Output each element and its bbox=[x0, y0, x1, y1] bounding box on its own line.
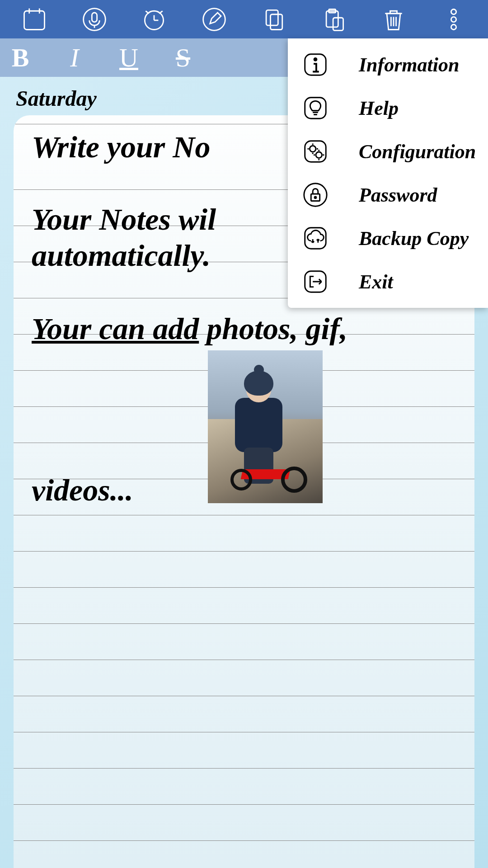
menu-help[interactable]: Help bbox=[288, 86, 488, 130]
svg-point-21 bbox=[451, 9, 456, 14]
exit-icon bbox=[301, 268, 329, 296]
note-line-3-underlined: Your can add bbox=[32, 311, 199, 346]
menu-backup[interactable]: Backup Copy bbox=[288, 217, 488, 260]
svg-point-32 bbox=[304, 184, 327, 206]
menu-label: Information bbox=[359, 53, 460, 76]
note-line-4: videos... bbox=[32, 472, 133, 508]
svg-point-31 bbox=[316, 152, 322, 158]
info-icon bbox=[301, 51, 329, 79]
alarm-icon bbox=[141, 6, 168, 33]
lightbulb-icon bbox=[301, 94, 329, 122]
menu-label: Configuration bbox=[359, 140, 476, 163]
calendar-icon bbox=[21, 6, 48, 33]
more-button[interactable] bbox=[424, 0, 484, 38]
svg-point-11 bbox=[203, 8, 225, 30]
photo-subject bbox=[221, 377, 289, 486]
gears-icon bbox=[301, 137, 329, 165]
svg-point-30 bbox=[310, 146, 316, 152]
menu-information[interactable]: Information bbox=[288, 43, 488, 86]
menu-password[interactable]: Password bbox=[288, 173, 488, 217]
cloud-sync-icon bbox=[301, 224, 329, 252]
alarm-button[interactable] bbox=[124, 0, 184, 38]
paste-button[interactable] bbox=[304, 0, 364, 38]
svg-point-25 bbox=[314, 58, 317, 61]
svg-point-22 bbox=[451, 17, 456, 22]
note-line-2a: Your Notes wil bbox=[32, 202, 216, 236]
svg-point-23 bbox=[451, 24, 456, 29]
svg-rect-12 bbox=[266, 10, 278, 25]
note-line-3-rest: photos, gif, bbox=[199, 311, 347, 346]
edit-icon bbox=[201, 6, 228, 33]
note-line-2b: automatically. bbox=[32, 238, 211, 273]
copy-icon bbox=[260, 6, 287, 33]
italic-button[interactable]: I bbox=[63, 42, 86, 73]
top-toolbar bbox=[0, 0, 488, 38]
mic-icon bbox=[81, 6, 108, 33]
edit-button[interactable] bbox=[184, 0, 244, 38]
svg-rect-13 bbox=[271, 14, 282, 29]
svg-point-34 bbox=[314, 197, 316, 198]
menu-label: Backup Copy bbox=[359, 227, 469, 250]
paste-icon bbox=[320, 6, 347, 33]
overflow-menu: Information Help Configuration Password … bbox=[288, 38, 488, 308]
menu-configuration[interactable]: Configuration bbox=[288, 130, 488, 173]
more-vertical-icon bbox=[440, 6, 467, 33]
svg-rect-14 bbox=[326, 11, 338, 27]
mic-button[interactable] bbox=[65, 0, 125, 38]
embedded-photo[interactable] bbox=[208, 350, 323, 503]
strike-button[interactable]: S bbox=[172, 42, 194, 73]
menu-label: Password bbox=[359, 184, 437, 207]
underline-button[interactable]: U bbox=[117, 42, 140, 73]
calendar-button[interactable] bbox=[5, 0, 65, 38]
trash-icon bbox=[380, 6, 407, 33]
bold-button[interactable]: B bbox=[9, 42, 32, 73]
lock-icon bbox=[301, 181, 329, 209]
copy-button[interactable] bbox=[244, 0, 304, 38]
svg-rect-0 bbox=[24, 11, 45, 29]
menu-exit[interactable]: Exit bbox=[288, 260, 488, 303]
note-line-3: Your can add photos, gif, bbox=[32, 311, 465, 347]
trash-button[interactable] bbox=[364, 0, 424, 38]
menu-label: Help bbox=[359, 97, 399, 120]
menu-label: Exit bbox=[359, 270, 393, 293]
svg-rect-4 bbox=[92, 13, 97, 22]
